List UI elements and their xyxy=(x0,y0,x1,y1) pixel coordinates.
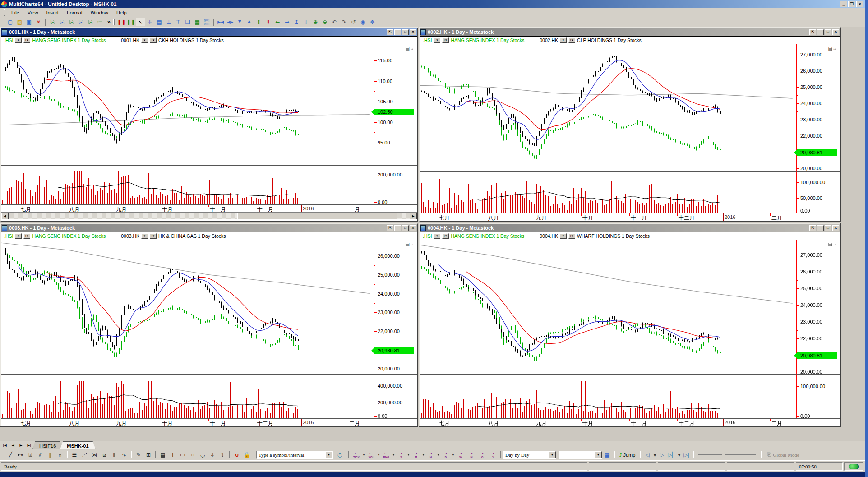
child-minimize-button[interactable]: _ xyxy=(817,225,824,231)
minute-res-options-icon[interactable]: ▼ xyxy=(421,453,425,456)
cascade-windows-icon[interactable]: ❏ xyxy=(183,18,193,26)
zoom-in-icon[interactable]: ⊕ xyxy=(311,18,320,26)
fib-fan-icon[interactable]: ⋰ xyxy=(79,450,89,459)
session-clock-icon[interactable]: ◷ xyxy=(335,450,345,459)
channel-icon[interactable]: ∥ xyxy=(45,450,55,459)
volume-pane-canvas[interactable] xyxy=(1,166,374,204)
chart-toolbox-icon[interactable]: ▤⇔ xyxy=(406,46,414,51)
legend-symbol-dropdown-icon[interactable]: ▼ xyxy=(560,233,567,239)
vertical-tracking-icon[interactable]: ⊤ xyxy=(174,18,183,26)
toolbar-grip[interactable] xyxy=(2,19,3,25)
legend-symbol-interval-icon[interactable]: I▼ xyxy=(568,37,575,43)
volume-pane[interactable] xyxy=(420,171,796,213)
price-pane[interactable] xyxy=(420,240,796,374)
legend-index-symbol[interactable]: .HSI xyxy=(423,37,432,43)
legend-symbol[interactable]: 0002.HK xyxy=(540,37,558,43)
volume-axis[interactable]: 100,000.000.00 xyxy=(796,374,840,418)
chart-toolbox-icon[interactable]: ▤⇔ xyxy=(406,242,414,247)
tile-windows-icon[interactable]: ⿴ xyxy=(202,18,212,26)
expand-bars-icon[interactable]: ◀▶ xyxy=(226,18,235,26)
lock-drawings-icon[interactable]: 🔒 xyxy=(242,450,252,459)
expand-price-scale-icon[interactable]: ⯅ xyxy=(245,18,254,26)
menu-grip[interactable] xyxy=(4,9,5,16)
popout-button[interactable]: ⇱ xyxy=(387,29,393,35)
popout-button[interactable]: ⇱ xyxy=(387,225,393,231)
legend-symbol-interval-icon[interactable]: I▼ xyxy=(150,37,157,43)
reset-zoom-icon[interactable]: ↺ xyxy=(349,18,358,26)
close-button[interactable]: X xyxy=(856,1,863,7)
legend-symbol-interval-icon[interactable]: I▼ xyxy=(568,233,575,239)
arrow-up-icon[interactable]: ⇧ xyxy=(217,450,227,459)
time-axis[interactable]: 七月八月九月十月十一月十二月2016二月 xyxy=(1,418,374,426)
zoom-price-in-icon[interactable]: ↥ xyxy=(292,18,301,26)
day-res-options-icon[interactable]: ▼ xyxy=(451,453,455,456)
pitchfork-icon[interactable]: ⑃ xyxy=(55,450,65,459)
global-mode-button[interactable]: ⎗Global Mode xyxy=(767,452,799,458)
global-sync-icon[interactable]: ◉ xyxy=(358,18,368,26)
legend-symbol-dropdown-icon[interactable]: ▼ xyxy=(141,233,148,239)
minimize-button[interactable]: _ xyxy=(840,1,847,7)
legend-symbol[interactable]: 0001.HK xyxy=(121,37,139,43)
chart-toolbox-icon[interactable]: ▤⇔ xyxy=(828,242,837,247)
legend-index-dropdown-icon[interactable]: ▼ xyxy=(15,233,22,239)
playback-speed-slider[interactable] xyxy=(696,450,759,459)
legend-symbol-interval-icon[interactable]: I▼ xyxy=(150,233,157,239)
child-maximize-button[interactable]: □ xyxy=(825,225,831,231)
child-close-button[interactable]: X xyxy=(832,225,839,231)
chart-scrollbar[interactable]: ◀▶ xyxy=(1,212,417,219)
combo-dropdown-icon[interactable]: ▼ xyxy=(325,451,332,458)
zoom-price-out-icon[interactable]: ↧ xyxy=(301,18,311,26)
menu-file[interactable]: File xyxy=(7,9,23,16)
child-close-button[interactable]: X xyxy=(410,29,416,35)
tick-res-icon[interactable]: ⌙TICK xyxy=(351,450,362,459)
ellipse-icon[interactable]: ○ xyxy=(188,450,198,459)
volume-res-options-icon[interactable]: ▼ xyxy=(377,453,381,456)
symbol-interval-value[interactable]: Type a symbol/interval xyxy=(257,452,325,458)
zoom-out-icon[interactable]: ⊖ xyxy=(320,18,330,26)
child-titlebar[interactable]: 0001.HK - 1 Day - Metastock⇱_□X xyxy=(1,28,417,36)
fib-extension-icon[interactable]: ⋊ xyxy=(89,450,99,459)
legend-index-symbol[interactable]: .HSI xyxy=(4,37,13,43)
price-pane-canvas[interactable] xyxy=(1,44,374,165)
scroll-left-arrow-icon[interactable]: ◀ xyxy=(1,213,9,219)
close-desktop-icon[interactable]: ✕ xyxy=(34,18,43,26)
insert-symbol-icon[interactable]: ⎘ xyxy=(48,18,57,26)
child-maximize-button[interactable]: □ xyxy=(825,29,831,35)
volume-axis[interactable]: 400,000.00200,000.000.00 xyxy=(374,374,417,418)
minute-res-icon[interactable]: ◔M xyxy=(411,450,421,459)
compress-price-scale-icon[interactable]: ⯆ xyxy=(235,18,245,26)
redo-zoom-icon[interactable]: ↷ xyxy=(339,18,349,26)
compress-bars-icon[interactable]: ▶◀ xyxy=(216,18,226,26)
volume-pane-canvas[interactable] xyxy=(420,172,796,213)
legend-symbol[interactable]: 0003.HK xyxy=(121,233,139,239)
scroll-track[interactable] xyxy=(9,213,410,219)
week-res-icon[interactable]: ◔W xyxy=(455,450,466,459)
volume-pane[interactable] xyxy=(1,165,374,204)
plot-green-bars-icon[interactable]: ▌▐ xyxy=(126,18,136,26)
gann-fan-icon[interactable]: ⧄ xyxy=(99,450,109,459)
playback-mode-value[interactable]: Day by Day xyxy=(503,452,549,458)
year-res-icon[interactable]: ◔Y xyxy=(488,450,499,459)
price-axis[interactable]: ▤⇔115.00110.00105.00100.0095.00102.50 xyxy=(374,44,417,165)
legend-symbol-dropdown-icon[interactable]: ▼ xyxy=(560,37,567,43)
vertical-segment-icon[interactable]: ⍗ xyxy=(25,450,35,459)
fast-forward-options-button[interactable]: ▾ xyxy=(677,450,681,459)
parallel-lines-icon[interactable]: ⫽ xyxy=(35,450,45,459)
app-titlebar[interactable]: MultiCharts64 - Untitled Desktop - MSHK-… xyxy=(0,0,865,8)
insert-study-icon[interactable]: ⎘ xyxy=(57,18,67,26)
hour-res-options-icon[interactable]: ▼ xyxy=(436,453,440,456)
price-axis[interactable]: ▤⇔26,000.0025,000.0024,000.0023,000.0022… xyxy=(374,240,417,374)
trendline-icon[interactable]: ╱ xyxy=(5,450,15,459)
paste-study-icon[interactable]: ⎘ xyxy=(76,18,86,26)
range-res-options-icon[interactable]: ▼ xyxy=(392,453,396,456)
time-axis[interactable]: 七月八月九月十月十一月十二月2016二月 xyxy=(1,204,374,212)
legend-index-interval-icon[interactable]: I▼ xyxy=(442,233,449,239)
scroll-up-icon[interactable]: ⬆ xyxy=(254,18,263,26)
playback-mode-combo[interactable]: Day by Day▼ xyxy=(503,451,556,459)
fib-time-zones-icon[interactable]: ⫴ xyxy=(109,450,119,459)
legend-index-interval-icon[interactable]: I▼ xyxy=(23,37,30,43)
jump-button[interactable]: ⤴Jump xyxy=(617,450,638,459)
child-close-button[interactable]: X xyxy=(832,29,839,35)
toolbar-overflow-chevron[interactable]: » xyxy=(105,19,113,25)
menu-window[interactable]: Window xyxy=(87,9,112,16)
